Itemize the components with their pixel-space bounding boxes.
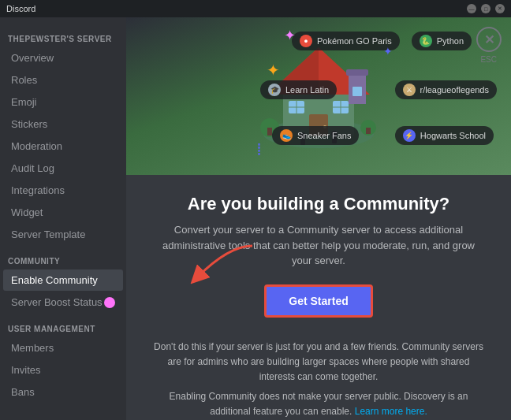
svg-rect-18 xyxy=(366,128,371,134)
star-pink-decoration: ✦ xyxy=(284,27,296,44)
boost-icon xyxy=(104,297,115,308)
badge-sneaker: 👟 Sneaker Fans xyxy=(272,126,359,145)
sidebar-item-audit-log[interactable]: Audit Log xyxy=(3,158,123,179)
star-blue-decoration: ✦ xyxy=(383,45,393,58)
server-name-header: THEPEWSTER'S SERVER xyxy=(0,24,126,46)
badge-lol: ⚔ r/leagueoflegends xyxy=(395,80,497,99)
badge-hogwarts: ⚡ Hogwarts School xyxy=(395,126,494,145)
app-body: THEPEWSTER'S SERVER Overview Roles Emoji… xyxy=(0,17,511,420)
sidebar-item-widget[interactable]: Widget xyxy=(3,202,123,223)
window-controls: — □ ✕ xyxy=(467,4,505,13)
sidebar-item-server-template[interactable]: Server Template xyxy=(3,224,123,245)
app-title: Discord xyxy=(6,4,35,13)
enable-note: Enabling Community does not make your se… xyxy=(151,389,486,419)
get-started-button[interactable]: Get Started xyxy=(264,284,372,318)
badge-python-label: Python xyxy=(437,36,464,46)
close-button[interactable]: ✕ xyxy=(476,27,502,52)
svg-rect-14 xyxy=(352,87,362,96)
star-decoration: ✦ xyxy=(267,61,280,80)
dots-decoration: ⁞ xyxy=(256,139,263,160)
warning-section: Don't do this if your server is just for… xyxy=(126,330,511,421)
sidebar-item-server-boost[interactable]: Server Boost Status xyxy=(3,292,123,313)
sidebar-item-overview[interactable]: Overview xyxy=(3,47,123,69)
badge-lol-label: r/leagueoflegends xyxy=(420,85,489,95)
sidebar-item-bans[interactable]: Bans xyxy=(3,381,123,403)
content-section: Are you building a Community? Convert yo… xyxy=(126,175,511,330)
title-bar: Discord — □ ✕ xyxy=(0,0,511,17)
minimize-button[interactable]: — xyxy=(467,4,476,13)
user-management-header: USER MANAGEMENT xyxy=(0,314,126,336)
community-section-header: COMMUNITY xyxy=(0,246,126,269)
sidebar-item-moderation[interactable]: Moderation xyxy=(3,136,123,157)
badge-sneaker-label: Sneaker Fans xyxy=(297,131,351,140)
badge-latin: 🎓 Learn Latin xyxy=(260,80,337,99)
main-content: ● Pokémon GO Paris 🐍 Python 🎓 Learn Lati… xyxy=(126,17,511,420)
badge-pokemon-label: Pokémon GO Paris xyxy=(317,36,392,46)
sidebar-item-integrations[interactable]: Integrations xyxy=(3,180,123,201)
svg-rect-13 xyxy=(346,69,368,76)
window-close-button[interactable]: ✕ xyxy=(495,4,505,13)
badge-hogwarts-label: Hogwarts School xyxy=(420,131,486,140)
learn-more-link[interactable]: Learn more here. xyxy=(355,406,427,417)
sidebar-item-delete-server[interactable]: Delete Server xyxy=(3,417,123,420)
badge-latin-label: Learn Latin xyxy=(285,85,329,95)
sidebar-item-invites[interactable]: Invites xyxy=(3,359,123,381)
sidebar-item-members[interactable]: Members xyxy=(3,337,123,359)
badge-python: 🐍 Python xyxy=(412,32,472,50)
maximize-button[interactable]: □ xyxy=(481,4,490,13)
page-description: Convert your server to a Community serve… xyxy=(151,222,486,269)
server-boost-label: Server Boost Status xyxy=(11,296,103,308)
page-title: Are you building a Community? xyxy=(151,194,486,214)
sidebar: THEPEWSTER'S SERVER Overview Roles Emoji… xyxy=(0,17,126,420)
esc-label: ESC xyxy=(480,55,497,64)
sidebar-item-enable-community[interactable]: Enable Community xyxy=(3,269,123,291)
sidebar-item-stickers[interactable]: Stickers xyxy=(3,113,123,135)
sidebar-item-emoji[interactable]: Emoji xyxy=(3,91,123,113)
illustration-area: ● Pokémon GO Paris 🐍 Python 🎓 Learn Lati… xyxy=(126,17,511,175)
sidebar-item-roles[interactable]: Roles xyxy=(3,69,123,91)
warning-text: Don't do this if your server is just for… xyxy=(151,340,486,385)
